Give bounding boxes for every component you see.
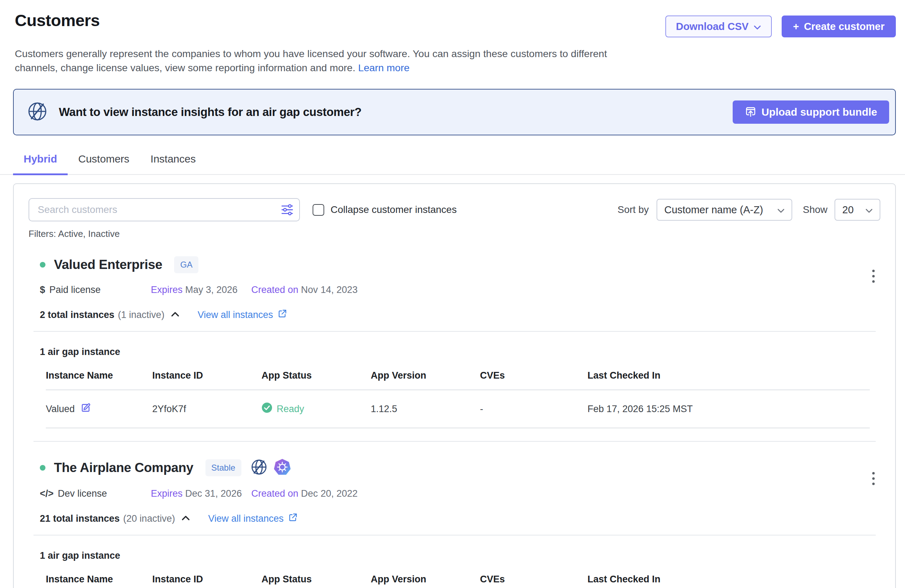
edit-icon[interactable] (80, 402, 91, 416)
chevron-up-icon[interactable] (171, 311, 179, 318)
collapse-instances-label: Collapse customer instances (330, 204, 457, 215)
airgap-banner: Want to view instance insights for an ai… (13, 89, 896, 135)
chevron-down-icon (865, 204, 873, 216)
view-all-instances-link[interactable]: View all instances (208, 513, 298, 525)
sort-select-value: Customer name (A-Z) (664, 204, 763, 216)
download-csv-label: Download CSV (676, 21, 749, 32)
paid-license-icon: $ (40, 284, 45, 296)
customer-meta-row: </> Dev license Expires Dec 31, 2026 Cre… (40, 488, 880, 499)
collapse-instances-checkbox[interactable] (313, 204, 324, 216)
filter-sliders-icon[interactable] (281, 204, 294, 217)
chevron-down-icon (778, 204, 784, 216)
active-status-dot (40, 465, 46, 470)
customer-name[interactable]: The Airplane Company (54, 460, 194, 475)
create-customer-button[interactable]: + Create customer (782, 16, 896, 37)
instances-table-header: Instance Name Instance ID App Status App… (46, 574, 870, 588)
col-app-version: App Version (371, 574, 480, 585)
collapse-instances-control[interactable]: Collapse customer instances (313, 204, 457, 216)
show-select-value: 20 (842, 204, 854, 216)
created-on-value: Nov 14, 2023 (301, 284, 358, 295)
learn-more-link[interactable]: Learn more (358, 62, 410, 73)
license-type-label: Dev license (58, 488, 107, 499)
customer-separator (33, 441, 876, 442)
channel-badge: Stable (205, 459, 241, 476)
instances-table-header: Instance Name Instance ID App Status App… (46, 370, 870, 390)
show-select[interactable]: 20 (835, 199, 880, 221)
customer-meta-row: $ Paid license Expires May 3, 2026 Creat… (40, 284, 880, 296)
expires-value: May 3, 2026 (185, 284, 238, 295)
col-app-version: App Version (371, 370, 480, 381)
upload-icon (745, 105, 757, 119)
cves-cell: - (480, 404, 587, 415)
customer-menu-button[interactable] (870, 267, 877, 285)
col-instance-id: Instance ID (152, 370, 262, 381)
instance-id-cell: 2YfoK7f (152, 404, 262, 415)
header-actions: Download CSV + Create customer (665, 16, 896, 37)
customer-name[interactable]: Valued Enterprise (54, 257, 162, 272)
inactive-instances-note: (1 inactive) (118, 310, 165, 321)
customer-type-icons (251, 459, 291, 477)
app-status-cell: Ready (262, 402, 371, 416)
toolbar-right: Sort by Customer name (A-Z) Show 20 (618, 199, 880, 221)
customer-title-row: The Airplane Company Stable (40, 459, 880, 477)
view-all-instances-link[interactable]: View all instances (198, 309, 287, 321)
banner-title: Want to view instance insights for an ai… (59, 105, 733, 119)
instances-table: Instance Name Instance ID App Status App… (46, 370, 870, 428)
tab-instances[interactable]: Instances (140, 153, 206, 174)
search-wrap (29, 198, 300, 221)
col-cves: CVEs (480, 574, 587, 585)
chevron-down-icon (753, 21, 761, 32)
expires-value: Dec 31, 2026 (185, 488, 242, 499)
license-type: $ Paid license (40, 284, 151, 296)
customer-title-row: Valued Enterprise GA (40, 256, 880, 273)
customers-toolbar: Collapse customer instances Sort by Cust… (29, 198, 880, 221)
active-status-dot (40, 262, 46, 267)
page-description: Customers generally represent the compan… (15, 46, 638, 75)
instance-name: Valued (46, 404, 75, 415)
created-field: Created on Nov 14, 2023 (251, 284, 358, 296)
col-app-status: App Status (262, 370, 371, 381)
sort-by-label: Sort by (618, 204, 649, 215)
create-customer-label: Create customer (804, 21, 884, 32)
app-version-cell: 1.12.5 (371, 404, 480, 415)
last-checked-in-cell: Feb 17, 2026 15:25 MST (587, 404, 870, 415)
view-all-instances-label: View all instances (198, 310, 273, 321)
view-all-instances-label: View all instances (208, 513, 284, 524)
table-row: Valued 2YfoK7f Ready (46, 390, 870, 428)
created-on-label: Created on (251, 488, 298, 499)
col-instance-id: Instance ID (152, 574, 262, 585)
col-instance-name: Instance Name (46, 574, 152, 585)
created-on-value: Dec 20, 2022 (301, 488, 358, 499)
section-divider (33, 535, 876, 536)
page-header: Customers Download CSV + Create customer (0, 0, 905, 37)
created-field: Created on Dec 20, 2022 (251, 488, 358, 499)
created-on-label: Created on (251, 284, 298, 295)
chevron-up-icon[interactable] (181, 515, 190, 522)
expires-field: Expires May 3, 2026 (151, 284, 251, 296)
col-last-checked-in: Last Checked In (587, 370, 870, 381)
external-link-icon (288, 513, 298, 525)
instance-count-row: 21 total instances (20 inactive) View al… (40, 513, 880, 525)
app-status-text: Ready (277, 404, 304, 415)
col-cves: CVEs (480, 370, 587, 381)
expires-field: Expires Dec 31, 2026 (151, 488, 251, 499)
channel-badge: GA (174, 256, 198, 273)
search-input[interactable] (29, 198, 300, 221)
expires-label: Expires (151, 488, 183, 499)
airgap-globe-icon (27, 101, 48, 123)
col-last-checked-in: Last Checked In (587, 574, 870, 585)
airgap-instances-heading: 1 air gap instance (40, 550, 880, 561)
airgap-globe-icon (251, 459, 267, 477)
customer-block-airplane-company: The Airplane Company Stable (29, 459, 880, 588)
section-divider (33, 331, 876, 332)
tab-customers[interactable]: Customers (68, 153, 140, 174)
inactive-instances-note: (20 inactive) (123, 513, 175, 524)
license-type-label: Paid license (49, 284, 101, 296)
upload-support-bundle-button[interactable]: Upload support bundle (733, 100, 889, 124)
sort-select[interactable]: Customer name (A-Z) (657, 199, 792, 221)
upload-support-bundle-label: Upload support bundle (762, 106, 877, 118)
tab-hybrid[interactable]: Hybrid (13, 153, 68, 174)
customer-menu-button[interactable] (870, 470, 877, 487)
download-csv-button[interactable]: Download CSV (665, 16, 772, 37)
total-instances-count: 21 total instances (40, 513, 120, 524)
